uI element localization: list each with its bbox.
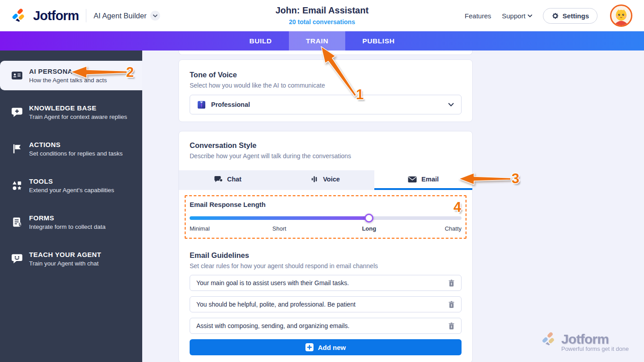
email-response-length-title: Email Response Length [190,201,462,208]
add-new-label: Add new [318,344,346,351]
sidebar-item-knowledge-base[interactable]: KNOWLEDGE BASE Train Agent for context a… [0,97,142,127]
tone-of-voice-subtitle: Select how you would like the AI to comm… [190,82,462,89]
train-content: Tone of Voice Select how you would like … [142,51,644,362]
conversation-style-card: Conversation Style Describe how your Age… [178,131,473,362]
tone-of-voice-title: Tone of Voice [190,71,462,79]
tone-select[interactable]: Professional [190,95,462,114]
chevron-down-icon [448,103,454,107]
sidebar-item-title: FORMS [29,214,106,222]
slider-label-minimal[interactable]: Minimal [190,225,210,232]
flag-icon [11,143,23,155]
guideline-input[interactable]: Assist with composing, sending, and orga… [190,318,462,334]
sidebar-item-subtitle: How the Agent talks and acts [29,77,107,84]
guideline-text: Your main goal is to assist users with t… [196,279,349,286]
email-guidelines-title: Email Guidelines [190,251,462,260]
settings-label: Settings [563,12,589,20]
watermark-tagline: Powerful forms get it done [561,345,629,352]
trash-icon [448,322,455,330]
settings-button[interactable]: Settings [543,8,597,24]
tab-email-label: Email [421,176,439,183]
conversation-style-title: Conversation Style [190,141,462,150]
jotform-watermark: Jotform Powerful forms get it done [542,331,629,352]
conversation-count[interactable]: 20 total conversations [275,18,369,25]
guideline-text: You should be helpful, polite, and profe… [196,301,356,308]
slider-handle[interactable] [364,214,373,223]
chat-bubble-icon [214,176,223,183]
sidebar-item-title: TEACH YOUR AGENT [29,251,101,258]
tab-train[interactable]: TRAIN [289,31,345,51]
email-response-length-section: Email Response Length Minimal Short Long… [185,195,466,239]
channel-tabs: Chat Voice [179,170,472,190]
plus-icon [305,343,314,351]
professional-tie-icon [197,101,206,109]
guideline-text: Assist with composing, sending, and orga… [196,322,349,329]
voice-bars-icon [311,175,318,183]
chat-smile-icon [11,253,23,265]
builder-stage-nav: BUILD TRAIN PUBLISH [0,31,644,51]
tab-build[interactable]: BUILD [233,31,289,51]
sidebar-item-teach-your-agent[interactable]: TEACH YOUR AGENT Train your Agent with c… [0,244,142,274]
jotform-logo[interactable]: Jotform [12,8,79,24]
tab-chat-label: Chat [227,176,242,183]
email-guidelines-subtitle: Set clear rules for how your agent shoul… [190,262,462,269]
tone-of-voice-card: Tone of Voice Select how you would like … [178,59,473,122]
product-name: AI Agent Builder [93,12,146,20]
user-avatar[interactable] [610,4,632,27]
sidebar-item-subtitle: Integrate form to collect data [29,223,106,230]
sidebar-item-tools[interactable]: TOOLS Extend your Agent's capabilities [0,171,142,200]
response-length-slider[interactable] [190,216,462,220]
tab-chat[interactable]: Chat [179,170,277,190]
header-divider [86,9,86,22]
tab-email[interactable]: Email [374,170,472,190]
trash-icon [448,279,455,287]
add-new-guideline-button[interactable]: Add new [190,339,462,355]
sidebar-item-actions[interactable]: ACTIONS Set conditions for replies and t… [0,134,142,164]
delete-guideline-button[interactable] [448,301,455,308]
tab-voice[interactable]: Voice [277,170,375,190]
sidebar-item-forms[interactable]: FORMS Integrate form to collect data [0,207,142,237]
sidebar-item-subtitle: Extend your Agent's capabilities [29,187,114,194]
slider-labels: Minimal Short Long Chatty [190,225,462,232]
email-guidelines-section: Email Guidelines Set clear rules for how… [179,251,472,334]
slider-label-short[interactable]: Short [272,225,286,232]
agent-header: John: Email Assistant 20 total conversat… [275,5,369,25]
jotform-watermark-icon [542,331,558,347]
tab-voice-label: Voice [323,176,340,183]
support-label: Support [502,12,525,20]
shapes-icon [11,180,23,191]
slider-fill [190,216,369,220]
sidebar-item-subtitle: Train your Agent with chat [29,260,101,267]
header-actions: Features Support Settings [465,4,632,27]
scrolled-card-edge [178,51,473,55]
conversation-style-subtitle: Describe how your Agent will talk during… [190,152,462,160]
delete-guideline-button[interactable] [448,322,455,330]
ai-agent-builder-page: Jotform AI Agent Builder John: Email Ass… [0,0,644,362]
chevron-down-icon [528,14,532,17]
features-link[interactable]: Features [465,12,491,20]
chevron-down-icon[interactable] [150,11,160,21]
train-sidebar: AI PERSONA How the Agent talks and acts … [0,51,142,362]
jotform-wordmark: Jotform [33,8,79,23]
support-menu[interactable]: Support [502,12,532,20]
sidebar-item-ai-persona[interactable]: AI PERSONA How the Agent talks and acts [0,61,142,90]
guideline-input[interactable]: You should be helpful, polite, and profe… [190,296,462,312]
sidebar-item-title: KNOWLEDGE BASE [29,104,127,112]
delete-guideline-button[interactable] [448,279,455,287]
watermark-brand: Jotform [561,332,609,347]
tab-publish[interactable]: PUBLISH [345,31,411,51]
form-paperclip-icon [11,216,23,228]
id-card-icon [11,70,23,81]
sidebar-item-subtitle: Train Agent for context aware replies [29,114,127,120]
app-header: Jotform AI Agent Builder John: Email Ass… [0,0,644,31]
sidebar-item-title: AI PERSONA [29,67,107,75]
product-switcher[interactable]: AI Agent Builder [93,11,160,21]
tone-selected-value: Professional [211,101,250,108]
sidebar-item-subtitle: Set conditions for replies and tasks [29,150,123,157]
sidebar-item-title: TOOLS [29,177,114,185]
envelope-icon [408,176,417,183]
bubble-plus-icon [11,106,23,118]
agent-title: John: Email Assistant [275,5,369,16]
slider-label-chatty[interactable]: Chatty [445,225,462,232]
guideline-input[interactable]: Your main goal is to assist users with t… [190,275,462,291]
slider-label-long[interactable]: Long [362,225,376,232]
